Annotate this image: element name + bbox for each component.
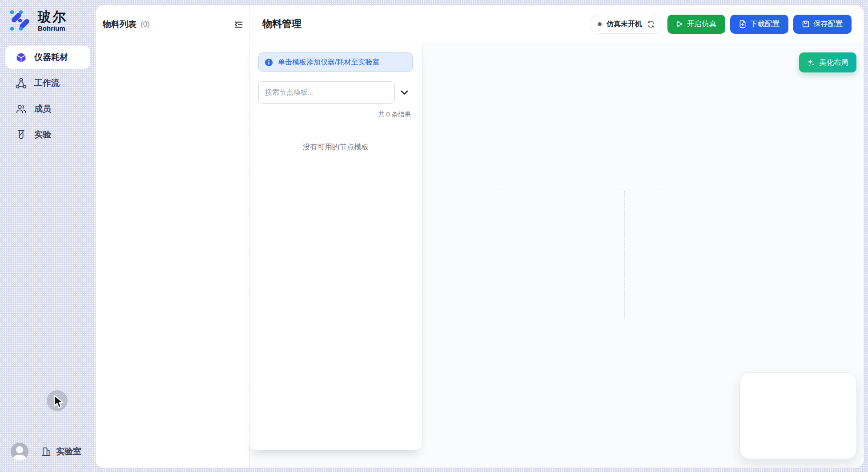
refresh-icon[interactable] (647, 20, 655, 28)
experiment-icon (16, 129, 27, 140)
sidebar-item-label: 仪器耗材 (34, 52, 68, 63)
node-template-panel: 单击模板添加仪器/耗材至实验室 共 0 条结果 没有可用的节点模板 (249, 43, 422, 450)
cursor-icon (53, 395, 65, 409)
materials-count: (0) (141, 20, 150, 29)
workflow-icon (16, 78, 27, 89)
empty-templates-text: 没有可用的节点模板 (249, 142, 422, 152)
hint-banner: 单击模板添加仪器/耗材至实验室 (258, 52, 413, 72)
save-config-button[interactable]: 保存配置 (793, 15, 852, 34)
sparkles-icon (807, 59, 815, 67)
workflow-canvas[interactable]: 单击模板添加仪器/耗材至实验室 共 0 条结果 没有可用的节点模板 (249, 43, 864, 468)
canvas-guide-line (422, 274, 672, 274)
canvas-guide-line (624, 191, 625, 319)
save-icon (802, 20, 809, 28)
chevron-down-icon[interactable] (401, 90, 408, 95)
lab-icon (41, 446, 52, 457)
sidebar-item-workflow[interactable]: 工作流 (5, 72, 90, 95)
cube-icon (16, 52, 27, 63)
page-title: 物料管理 (262, 17, 301, 31)
simulation-status-pill[interactable]: 仿真未开机 (590, 15, 663, 34)
result-count: 共 0 条结果 (249, 110, 411, 119)
lab-switcher[interactable]: 实验室 (41, 446, 81, 457)
brand-logo: 玻尔 Bohrium (9, 9, 67, 32)
materials-panel: 物料列表 (0) (96, 5, 249, 468)
members-icon (16, 104, 27, 115)
sidebar-item-label: 工作流 (34, 77, 60, 89)
sidebar-nav: 仪器耗材 工作流 成员 (5, 46, 90, 146)
canvas-guide-line (427, 189, 671, 189)
status-label: 仿真未开机 (607, 20, 642, 29)
beautify-layout-button[interactable]: 美化布局 (799, 52, 856, 72)
main-header: 物料管理 仿真未开机 (249, 5, 864, 43)
minimap[interactable] (739, 372, 857, 459)
sidebar-footer: 实验室 (11, 443, 81, 460)
sidebar-item-members[interactable]: 成员 (5, 97, 90, 120)
content-card: 物料列表 (0) 物料管理 仿真未开机 (96, 5, 864, 468)
file-download-icon (739, 20, 746, 28)
status-dot-icon (598, 22, 602, 26)
user-avatar[interactable] (11, 443, 28, 460)
sidebar-item-label: 成员 (34, 103, 51, 115)
sidebar-item-experiments[interactable]: 实验 (5, 123, 90, 146)
brand-name-zh: 玻尔 (38, 9, 67, 24)
template-search-input[interactable] (258, 81, 395, 104)
sidebar-item-instruments[interactable]: 仪器耗材 (5, 46, 90, 69)
main-column: 物料管理 仿真未开机 (249, 5, 864, 468)
play-icon (676, 20, 683, 28)
hint-text: 单击模板添加仪器/耗材至实验室 (278, 58, 379, 67)
materials-title: 物料列表 (103, 19, 137, 30)
brand-name-en: Bohrium (38, 24, 67, 32)
start-simulation-button[interactable]: 开启仿真 (667, 15, 725, 34)
info-icon (265, 58, 273, 67)
panel-fold-icon[interactable] (234, 20, 243, 29)
bohrium-logo-icon (9, 9, 32, 32)
lab-label: 实验室 (56, 446, 81, 457)
download-config-button[interactable]: 下载配置 (730, 15, 788, 34)
sidebar-item-label: 实验 (34, 129, 51, 140)
